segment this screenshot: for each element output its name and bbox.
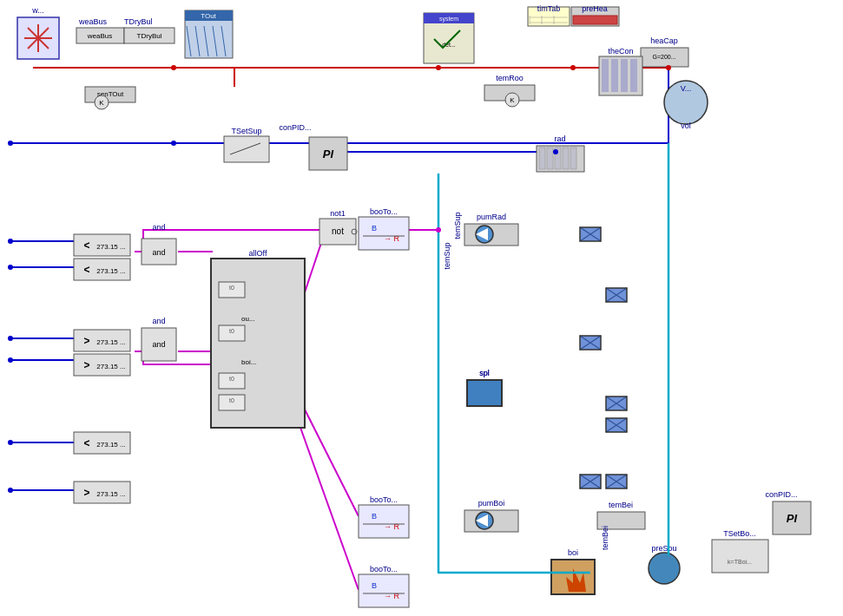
- diagram-canvas-container: [0, 0, 843, 616]
